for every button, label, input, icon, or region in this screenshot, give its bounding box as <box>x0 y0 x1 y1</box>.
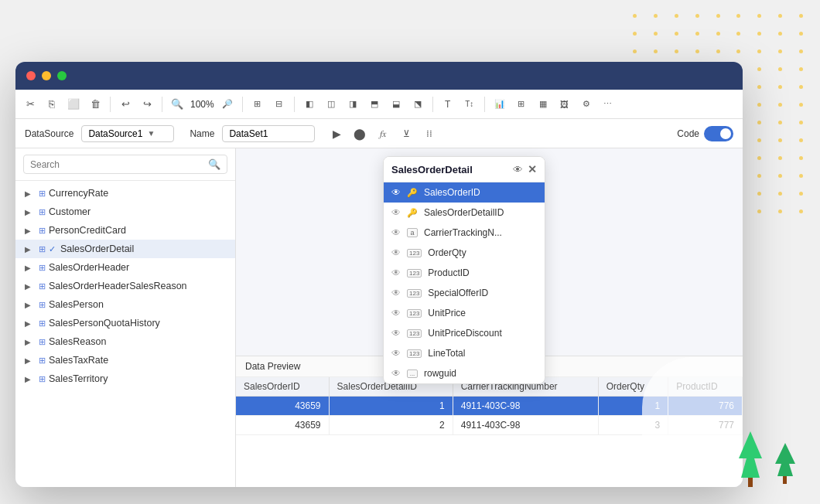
table-cell: 4911-403C-98 <box>453 397 598 416</box>
popup-field-item[interactable]: 👁 ... rowguid <box>384 363 545 383</box>
list-item[interactable]: ▶ ⊞ SalesTerritory <box>15 369 235 388</box>
cut-icon[interactable]: ✂ <box>22 96 39 113</box>
chevron-right-icon: ▶ <box>25 208 36 216</box>
columns-icon[interactable]: ⁞⁞ <box>420 124 439 143</box>
field-type-badge: 123 <box>407 329 422 338</box>
align-bottom-icon[interactable]: ⬔ <box>409 96 426 113</box>
list-item[interactable]: ▶ ⊞ Customer <box>15 203 235 221</box>
traffic-light-green[interactable] <box>57 71 67 80</box>
popup-close-button[interactable]: ✕ <box>528 163 537 175</box>
filter-icon[interactable]: ⊻ <box>397 124 415 143</box>
list-item[interactable]: ▶ ⊞ SalesTaxRate <box>15 351 235 369</box>
table-icon: ⊞ <box>39 337 46 347</box>
popup-field-item[interactable]: 👁 🔑 SalesOrderDetailID <box>384 203 545 223</box>
datasource-label: DataSource <box>25 128 73 139</box>
list-item[interactable]: ▶ ⊞ ✓ SalesOrderDetail <box>15 240 235 258</box>
play-icon[interactable]: ▶ <box>327 124 346 143</box>
toolbar-separator-3 <box>242 97 243 112</box>
popup-field-item[interactable]: 👁 123 OrderQty <box>384 243 545 263</box>
align-right-icon[interactable]: ◨ <box>344 96 361 113</box>
code-toggle-switch[interactable] <box>704 126 733 141</box>
table-icon: ⊞ <box>39 300 46 310</box>
table-cell: 1 <box>598 397 668 416</box>
popup-field-item[interactable]: 👁 🔑 SalesOrderID <box>384 182 545 203</box>
field-name: SalesOrderID <box>424 187 537 198</box>
popup-field-item[interactable]: 👁 123 SpecialOfferID <box>384 283 545 303</box>
chevron-right-icon: ▶ <box>25 189 36 198</box>
field-name: rowguid <box>424 368 537 379</box>
field-eye-icon: 👁 <box>391 267 401 278</box>
sidebar-item-name: PersonCreditCard <box>49 225 227 236</box>
field-type-badge: a <box>407 228 418 237</box>
list-item[interactable]: ▶ ⊞ SalesReason <box>15 332 235 351</box>
image-icon[interactable]: 🖼 <box>556 96 573 113</box>
field-eye-icon: 👁 <box>391 368 401 379</box>
list-item[interactable]: ▶ ⊞ SalesPersonQuotaHistory <box>15 314 235 332</box>
popup-field-item[interactable]: 👁 123 LineTotal <box>384 343 545 363</box>
toolbar-separator-2 <box>162 97 162 112</box>
field-name: SpecialOfferID <box>428 288 537 298</box>
field-name: CarrierTrackingN... <box>424 227 537 238</box>
field-name: ProductID <box>428 267 537 278</box>
table-icon: ⊞ <box>39 244 46 254</box>
field-name: SalesOrderDetailID <box>424 207 537 218</box>
sidebar-item-name: SalesPerson <box>49 299 227 310</box>
chart-icon[interactable]: 📊 <box>491 96 508 113</box>
popup-eye-icon[interactable]: 👁 <box>513 164 523 175</box>
font-size-icon[interactable]: T↕ <box>461 96 478 113</box>
popup-field-item[interactable]: 👁 123 ProductID <box>384 263 545 283</box>
text-icon[interactable]: T <box>439 96 456 113</box>
align-top-icon[interactable]: ⬒ <box>366 96 383 113</box>
search-input[interactable] <box>30 159 203 170</box>
table-cell: 777 <box>668 416 743 435</box>
traffic-light-yellow[interactable] <box>42 71 51 80</box>
document-icon[interactable]: ⬜ <box>65 96 82 113</box>
popup-field-item[interactable]: 👁 123 UnitPrice <box>384 303 545 323</box>
sidebar-item-name: SalesReason <box>49 336 227 347</box>
toolbar-separator-6 <box>484 97 485 112</box>
traffic-light-red[interactable] <box>26 71 36 80</box>
zoom-in-icon[interactable]: 🔎 <box>219 96 236 113</box>
list-item[interactable]: ▶ ⊞ SalesOrderHeader <box>15 258 235 277</box>
toolbar-separator-4 <box>294 97 295 112</box>
grid-icon[interactable]: ▦ <box>535 96 552 113</box>
field-eye-icon: 👁 <box>391 308 401 318</box>
field-eye-icon: 👁 <box>391 348 401 359</box>
chevron-right-icon: ▶ <box>25 282 36 291</box>
redo-icon[interactable]: ↪ <box>138 96 155 113</box>
formula-icon[interactable]: 𝑓𝑥 <box>374 124 392 143</box>
zoom-out-icon[interactable]: 🔍 <box>169 96 186 113</box>
layout2-icon[interactable]: ⊟ <box>271 96 288 113</box>
list-item[interactable]: ▶ ⊞ SalesOrderHeaderSalesReason <box>15 277 235 295</box>
table-icon: ⊞ <box>39 226 46 236</box>
list-item[interactable]: ▶ ⊞ SalesPerson <box>15 295 235 314</box>
popup-field-item[interactable]: 👁 123 UnitPriceDiscount <box>384 323 545 343</box>
popup-field-item[interactable]: 👁 a CarrierTrackingN... <box>384 223 545 243</box>
layout1-icon[interactable]: ⊞ <box>249 96 266 113</box>
sidebar: 🔍 ▶ ⊞ CurrencyRate ▶ ⊞ Customer ▶ ⊞ Pe <box>15 148 236 487</box>
col-header-orderqty: OrderQty <box>598 377 668 397</box>
table-icon[interactable]: ⊞ <box>513 96 530 113</box>
settings-icon[interactable]: ⚙ <box>578 96 595 113</box>
sidebar-item-name: SalesOrderDetail <box>60 243 227 254</box>
table-cell: 1 <box>329 397 453 416</box>
chevron-right-icon: ▶ <box>25 356 36 365</box>
more-icon[interactable]: ⋯ <box>600 96 617 113</box>
align-left-icon[interactable]: ◧ <box>301 96 318 113</box>
delete-icon[interactable]: 🗑 <box>87 96 104 113</box>
name-label: Name <box>190 128 214 139</box>
col-header-salesorderid: SalesOrderID <box>236 377 329 397</box>
undo-icon[interactable]: ↩ <box>117 96 134 113</box>
datasource-select[interactable]: DataSource1 ▼ <box>81 125 174 142</box>
copy-icon[interactable]: ⎘ <box>43 96 60 113</box>
name-input[interactable] <box>222 125 315 142</box>
zoom-value-display: 100% <box>190 99 214 110</box>
col-header-productid: ProductID <box>668 377 743 397</box>
list-item[interactable]: ▶ ⊞ CurrencyRate <box>15 184 235 203</box>
align-center-icon[interactable]: ◫ <box>323 96 340 113</box>
stop-icon[interactable]: ⬤ <box>350 124 369 143</box>
field-type-badge: 123 <box>407 349 422 358</box>
list-item[interactable]: ▶ ⊞ PersonCreditCard <box>15 221 235 240</box>
field-key-icon: 🔑 <box>407 188 418 198</box>
align-middle-icon[interactable]: ⬓ <box>388 96 405 113</box>
